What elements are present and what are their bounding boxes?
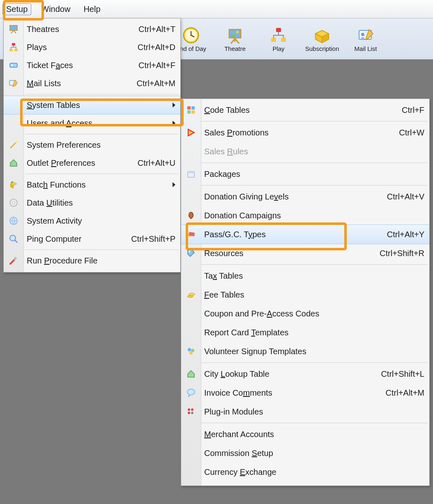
svg-rect-22: [10, 63, 17, 67]
menu-setup[interactable]: Setup: [2, 3, 31, 15]
menu-accelerator: Ctrl+Alt+M: [386, 388, 424, 398]
tickets-icon: [185, 229, 197, 240]
menu-label: Mail Lists: [27, 79, 129, 88]
menu-label: Ticket Faces: [27, 61, 130, 70]
menu-separator: [201, 362, 428, 363]
submenu-arrow-icon: [173, 103, 175, 108]
menu-label: System Tables: [27, 101, 167, 110]
svg-point-15: [361, 33, 364, 36]
menu-accelerator: Ctrl+Alt+T: [138, 25, 175, 34]
svg-rect-33: [191, 106, 195, 110]
system-tables-submenu: Code Tables Ctrl+F Sales Promotions Ctrl…: [181, 99, 430, 486]
toolbar-subscription[interactable]: Subscription: [304, 25, 340, 52]
svg-rect-19: [12, 43, 15, 46]
menu-item-report-card-templates[interactable]: Report Card Templates: [181, 323, 429, 342]
svg-point-49: [188, 412, 190, 414]
svg-point-29: [10, 235, 16, 241]
menu-item-donation-campaigns[interactable]: Donation Campaigns: [181, 206, 429, 225]
toolbar-label: Subscription: [305, 45, 339, 52]
svg-point-48: [191, 408, 193, 411]
menu-item-sales-promotions[interactable]: Sales Promotions Ctrl+W: [181, 123, 429, 142]
toolbar-mail-list[interactable]: Mail List: [348, 25, 384, 52]
menu-label: Coupon and Pre-Access Codes: [204, 309, 424, 318]
menu-item-plugin-modules[interactable]: Plug-in Modules: [181, 402, 429, 421]
menu-item-invoice-comments[interactable]: Invoice Comments Ctrl+Alt+M: [181, 383, 429, 402]
menu-item-system-tables[interactable]: System Tables: [4, 96, 180, 115]
menu-separator: [201, 264, 428, 265]
toolbar-theatre[interactable]: Theatre: [217, 25, 253, 52]
menu-item-system-preferences[interactable]: System Preferences: [4, 136, 180, 154]
house-icon: [8, 157, 19, 169]
menu-item-volunteer-templates[interactable]: Volunteer Signup Templates: [181, 342, 429, 361]
hierarchy-icon: [8, 41, 19, 53]
menu-label: Currency Exchange: [204, 467, 424, 477]
menu-separator: [25, 134, 179, 134]
svg-point-7: [236, 31, 239, 33]
menu-item-currency-exchange[interactable]: Currency Exchange: [181, 463, 429, 481]
menu-item-merchant-accounts[interactable]: Merchant Accounts: [181, 425, 429, 444]
menu-item-city-lookup[interactable]: City Lookup Table Ctrl+Shift+L: [181, 364, 429, 383]
menu-label: Volunteer Signup Templates: [204, 347, 424, 356]
svg-rect-13: [281, 38, 286, 42]
menubar: Setup Window Help: [0, 0, 433, 18]
menu-item-ping-computer[interactable]: Ping Computer Ctrl+Shift+P: [4, 230, 180, 248]
menu-label: Donation Giving Levels: [204, 192, 379, 202]
menu-item-donation-levels[interactable]: Donation Giving Levels Ctrl+Alt+V: [181, 187, 429, 206]
menu-item-fee-tables[interactable]: Fee Tables: [181, 285, 429, 304]
menu-accelerator: Ctrl+Shift+R: [380, 249, 424, 258]
menu-label: Data Utilities: [27, 198, 175, 208]
menu-item-ticket-faces[interactable]: Ticket Faces Ctrl+Alt+F: [4, 56, 180, 74]
menu-item-pass-gc-types[interactable]: Pass/G.C. Types Ctrl+Alt+Y: [181, 225, 429, 244]
menu-item-coupon-codes[interactable]: Coupon and Pre-Access Codes: [181, 304, 429, 323]
svg-point-25: [15, 141, 18, 143]
box-icon: [312, 25, 332, 45]
magnifier-globe-icon: [8, 233, 19, 245]
menu-label: Tax Tables: [204, 271, 424, 281]
menu-item-users-access[interactable]: Users and Access: [4, 114, 180, 132]
menu-item-plays[interactable]: Plays Ctrl+Alt+D: [4, 38, 180, 56]
menu-item-packages[interactable]: Packages: [181, 165, 429, 183]
play-triangle-icon: [185, 127, 197, 138]
globe-icon: [8, 215, 19, 227]
menu-accelerator: Ctrl+Alt+F: [138, 61, 175, 70]
menu-item-data-utilities[interactable]: Data Utilities: [4, 194, 180, 212]
menu-help[interactable]: Help: [80, 4, 104, 15]
submenu-arrow-icon: [173, 182, 175, 187]
menu-separator: [201, 423, 428, 423]
menu-separator: [25, 174, 179, 174]
menu-label: System Preferences: [27, 140, 175, 150]
card-edit-icon: [356, 25, 375, 45]
ticket-icon: [8, 60, 19, 71]
menu-separator: [201, 121, 428, 121]
svg-rect-35: [191, 110, 195, 114]
menu-item-theatres[interactable]: Theatres Ctrl+Alt+T: [4, 20, 180, 38]
menu-item-resources[interactable]: Resources Ctrl+Shift+R: [181, 244, 429, 263]
menu-item-batch-functions[interactable]: Batch Functions: [4, 176, 180, 194]
toolbar-label: Play: [272, 45, 284, 52]
menu-label: Report Card Templates: [204, 328, 424, 337]
menu-label: System Activity: [27, 216, 175, 226]
svg-rect-16: [10, 25, 17, 30]
menu-label: Merchant Accounts: [204, 430, 424, 439]
svg-point-4: [190, 34, 192, 36]
menu-item-mail-lists[interactable]: Mail Lists Ctrl+Alt+M: [4, 74, 180, 92]
people-icon: [185, 346, 197, 357]
menu-label: Pass/G.C. Types: [204, 230, 379, 239]
menu-label: Sales Promotions: [204, 128, 391, 137]
menu-item-outlet-preferences[interactable]: Outlet Preferences Ctrl+Alt+U: [4, 154, 180, 172]
menu-accelerator: Ctrl+W: [399, 128, 424, 137]
toolbar-play[interactable]: Play: [260, 25, 297, 52]
menu-item-commission-setup[interactable]: Commission Setup: [181, 444, 429, 463]
menu-item-code-tables[interactable]: Code Tables Ctrl+F: [181, 101, 429, 119]
menu-label: Run Procedure File: [27, 256, 175, 266]
svg-point-46: [187, 389, 195, 395]
menu-item-run-procedure[interactable]: Run Procedure File: [4, 252, 180, 270]
box-open-icon: [8, 179, 19, 190]
svg-line-18: [14, 30, 16, 33]
menu-item-system-activity[interactable]: System Activity: [4, 212, 180, 230]
menu-item-tax-tables[interactable]: Tax Tables: [181, 266, 429, 285]
svg-point-42: [189, 293, 195, 296]
menu-window[interactable]: Window: [38, 4, 74, 15]
menu-separator: [201, 163, 428, 163]
submenu-arrow-icon: [173, 121, 175, 126]
